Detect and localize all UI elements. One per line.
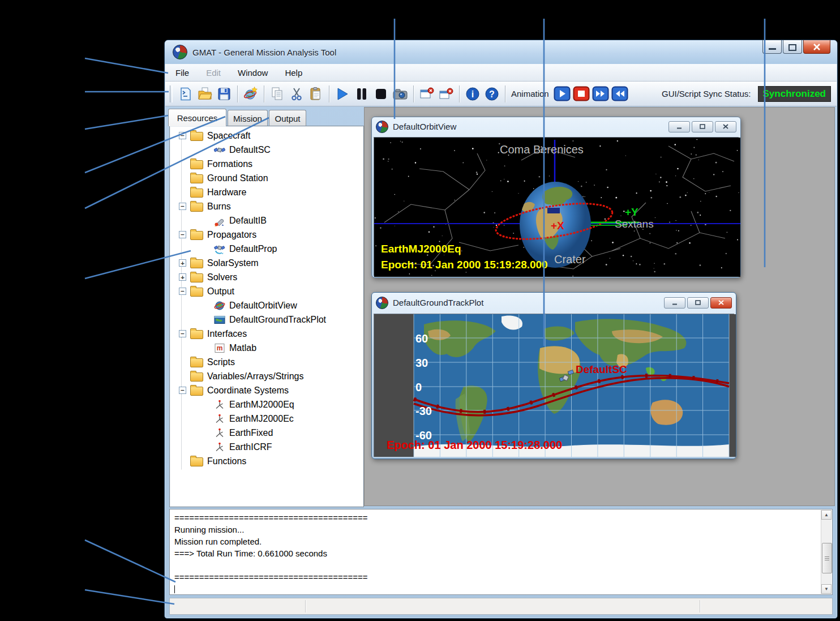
tree-item-earthmj2000eq[interactable]: EarthMJ2000Eq	[171, 397, 362, 412]
animation-stop-button[interactable]	[572, 85, 591, 103]
message-line: ===> Total Run Time: 0.661000 seconds	[174, 547, 817, 559]
ground-track-canvas: DefaultSC 60 30 0 -30 -60 Epoch: 01 Jan …	[374, 314, 734, 457]
coordinate-system-label: EarthMJ2000Eq	[381, 243, 461, 255]
run-icon	[335, 87, 350, 101]
ground-track-plot: DefaultSC 60 30 0 -30 -60 Epoch: 01 Jan …	[374, 314, 736, 457]
tree-item-ground-station[interactable]: Ground Station	[171, 171, 362, 185]
help-button[interactable]: ?	[482, 85, 502, 103]
gmat-logo-icon	[173, 45, 187, 59]
copy-button[interactable]	[268, 85, 287, 103]
pause-button[interactable]	[352, 85, 371, 103]
close-button[interactable]	[710, 297, 732, 309]
tree-item-scripts[interactable]: Scripts	[171, 355, 362, 369]
close-button[interactable]	[803, 40, 830, 54]
coordinate-axes-icon	[214, 442, 225, 453]
tree-item-defaultib[interactable]: DefaultIB	[171, 213, 362, 228]
minimize-button[interactable]	[664, 297, 685, 309]
new-script-button[interactable]	[176, 85, 195, 103]
menu-bar: File Edit Window Help	[165, 64, 837, 82]
orbit-view-title-bar[interactable]: DefaultOrbitView	[372, 117, 740, 136]
close-button[interactable]	[715, 121, 736, 132]
orbit-view-canvas[interactable]: Coma Berenices Sextans Crater +X +Y Eart…	[374, 137, 739, 276]
spacecraft-marker	[547, 208, 560, 213]
open-script-button[interactable]	[195, 85, 215, 103]
tree-item-variables-arrays-strings[interactable]: Variables/Arrays/Strings	[171, 369, 362, 383]
tree-item-defaultprop[interactable]: DefaultProp	[171, 242, 362, 256]
animation-play-button[interactable]	[552, 85, 572, 103]
tree-item-functions[interactable]: Functions	[171, 454, 362, 468]
collapse-icon[interactable]: −	[179, 203, 186, 210]
save-button[interactable]	[215, 85, 234, 103]
save-icon	[217, 87, 232, 101]
message-line: Running mission...	[174, 524, 817, 536]
collapse-icon[interactable]: −	[179, 288, 186, 295]
tree-item-hardware[interactable]: Hardware	[171, 185, 362, 199]
tree-item-solarsystem[interactable]: +SolarSystem	[171, 256, 362, 270]
tab-output[interactable]: Output	[269, 110, 306, 126]
cut-button[interactable]	[287, 85, 306, 103]
animation-stop-icon	[573, 86, 590, 101]
screenshot-button[interactable]	[391, 85, 410, 103]
minimize-button[interactable]	[762, 40, 782, 54]
tree-item-earthmj2000ec[interactable]: EarthMJ2000Ec	[171, 412, 362, 426]
maximize-button[interactable]	[687, 297, 709, 309]
tree-item-matlab[interactable]: mMatlab	[171, 341, 362, 355]
tree-item-output[interactable]: −Output	[171, 284, 362, 298]
run-button[interactable]	[333, 85, 352, 103]
info-button[interactable]: i	[463, 85, 482, 103]
tree-item-coordinate-systems[interactable]: −Coordinate Systems	[171, 383, 362, 397]
menu-file[interactable]: File	[175, 68, 189, 78]
tree-item-burns[interactable]: −Burns	[171, 199, 362, 213]
folder-icon	[190, 288, 203, 297]
expand-icon[interactable]: +	[179, 273, 186, 281]
close-all-plots-button[interactable]	[436, 85, 456, 103]
tree-item-earthicrf[interactable]: EarthICRF	[171, 440, 362, 454]
menu-help[interactable]: Help	[285, 68, 302, 78]
maximize-button[interactable]	[783, 40, 802, 54]
collapse-icon[interactable]: −	[179, 330, 186, 337]
tab-mission[interactable]: Mission	[228, 110, 268, 126]
animation-fast-forward-button[interactable]	[591, 85, 610, 103]
menu-edit: Edit	[206, 68, 221, 78]
ground-track-controls	[664, 297, 732, 309]
tree-item-defaultsc[interactable]: DefaultSC	[171, 143, 362, 157]
collapse-icon[interactable]: −	[179, 231, 186, 238]
tree-item-propagators[interactable]: −Propagators	[171, 228, 362, 242]
tree-item-spacecraft[interactable]: −Spacecraft	[171, 129, 362, 143]
collapse-icon[interactable]: −	[179, 132, 186, 139]
tree-item-solvers[interactable]: +Solvers	[171, 270, 362, 284]
close-plot-icon	[419, 87, 435, 101]
animation-rewind-button[interactable]	[610, 85, 629, 103]
tab-resources[interactable]: Resources	[168, 109, 226, 126]
stop-button[interactable]	[371, 85, 391, 103]
tree-item-interfaces[interactable]: −Interfaces	[171, 327, 362, 341]
tree-item-defaultorbitview[interactable]: DefaultOrbitView	[171, 298, 362, 312]
paste-button[interactable]	[306, 85, 325, 103]
orbit-view-title: DefaultOrbitView	[393, 122, 456, 131]
message-window[interactable]: ======================================= …	[169, 509, 833, 595]
menu-window[interactable]: Window	[238, 68, 268, 78]
message-caret-line	[174, 583, 817, 593]
window-controls	[762, 40, 830, 54]
y-axis-label: +Y	[625, 206, 638, 218]
collapse-icon[interactable]: −	[179, 387, 186, 394]
minimize-icon	[676, 125, 682, 129]
tree-item-formations[interactable]: Formations	[171, 157, 362, 171]
maximize-button[interactable]	[692, 121, 713, 132]
close-icon	[813, 44, 821, 50]
screenshot-icon	[392, 87, 408, 101]
minimize-button[interactable]	[668, 121, 690, 132]
tree-item-earthfixed[interactable]: EarthFixed	[171, 426, 362, 440]
message-scrollbar[interactable]: ▲ ▼	[821, 510, 832, 594]
ground-track-title-bar[interactable]: DefaultGroundTrackPlot	[372, 293, 736, 312]
expand-icon[interactable]: +	[179, 259, 186, 267]
tree-item-defaultgroundtrackplot[interactable]: DefaultGroundTrackPlot	[171, 312, 362, 327]
scroll-thumb[interactable]	[822, 543, 832, 573]
svg-text:0: 0	[415, 381, 422, 393]
title-bar[interactable]: GMAT - General Mission Analysis Tool	[165, 40, 837, 64]
scroll-down-button[interactable]: ▼	[821, 584, 832, 594]
help-icon: ?	[485, 87, 499, 101]
new-mission-button[interactable]	[241, 85, 260, 103]
close-plot-button[interactable]	[417, 85, 436, 103]
scroll-up-button[interactable]: ▲	[821, 510, 832, 520]
